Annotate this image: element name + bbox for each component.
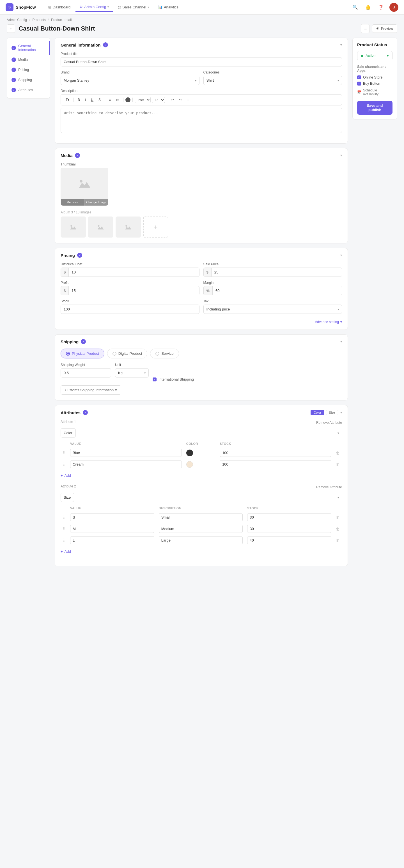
- historical-cost-input[interactable]: [69, 268, 199, 277]
- thumbnail-actions-row: Remove Change Image: [61, 199, 108, 206]
- delete-row-icon[interactable]: 🗑: [336, 451, 340, 455]
- shipping-digital-option[interactable]: Digital Product: [107, 349, 148, 359]
- breadcrumb-products[interactable]: Products: [32, 18, 45, 22]
- toolbar-redo-btn[interactable]: ↪: [177, 97, 184, 103]
- attr1-stock-input-2[interactable]: [220, 460, 331, 468]
- brand-select[interactable]: Morgan Stanley: [61, 76, 199, 85]
- sidebar-item-attributes[interactable]: ✓ Attributes: [7, 85, 50, 95]
- media-card-header[interactable]: Media ✓ ▾: [55, 148, 348, 162]
- thumbnail-image: [61, 168, 108, 199]
- attr2-desc-input-3[interactable]: [159, 536, 243, 545]
- international-shipping-checkbox[interactable]: ✓: [153, 377, 157, 381]
- toolbar-more-btn[interactable]: ···: [185, 97, 192, 103]
- delete-row-icon[interactable]: 🗑: [336, 527, 340, 531]
- stock-input[interactable]: [61, 305, 199, 314]
- attr2-desc-input-1[interactable]: [159, 513, 243, 521]
- attr1-value-input-2[interactable]: [70, 460, 182, 468]
- toolbar-bold-btn[interactable]: B: [75, 97, 82, 103]
- sidebar-item-pricing[interactable]: ✓ Pricing: [7, 65, 50, 75]
- attribute2-select[interactable]: Size: [61, 493, 74, 502]
- attr1-stock-input-1[interactable]: [220, 449, 331, 457]
- tax-select[interactable]: Including price: [204, 305, 342, 314]
- drag-handle-icon[interactable]: ⠿: [63, 462, 66, 467]
- margin-input[interactable]: [213, 286, 342, 295]
- customs-shipping-toggle[interactable]: Customs Shipping Information ▾: [61, 385, 121, 395]
- sidebar-item-shipping[interactable]: ✓ Shipping: [7, 75, 50, 85]
- description-textarea[interactable]: [61, 108, 342, 133]
- attr2-stock-input-2[interactable]: [247, 525, 331, 533]
- breadcrumb-admin-config[interactable]: Admin Config: [7, 18, 27, 22]
- advance-setting-toggle[interactable]: Advance setting ▾: [61, 318, 342, 324]
- delete-row-icon[interactable]: 🗑: [336, 538, 340, 543]
- status-select[interactable]: Active ▾: [357, 51, 393, 60]
- sidebar-item-general[interactable]: ✓ General Information: [7, 41, 50, 55]
- sale-price-input[interactable]: [212, 268, 342, 277]
- general-info-card-header[interactable]: General information ✓ ▾: [55, 38, 348, 52]
- remove-thumbnail-button[interactable]: Remove: [61, 199, 85, 206]
- schedule-availability-button[interactable]: 📅 Schedule availability: [357, 88, 393, 96]
- size-tag[interactable]: Size: [326, 410, 338, 415]
- save-publish-button[interactable]: Save and publish: [357, 101, 393, 115]
- attr2-value-input-1[interactable]: [70, 513, 154, 521]
- brand-logo[interactable]: S ShopFlow: [6, 3, 36, 11]
- product-title-input[interactable]: [61, 57, 342, 66]
- shipping-physical-option[interactable]: Physical Product: [61, 349, 104, 359]
- album-count: 3 / 10 images: [71, 210, 91, 214]
- toolbar-underline-btn[interactable]: U: [89, 97, 95, 103]
- remove-attribute1-button[interactable]: Remove Attribute: [316, 421, 342, 425]
- notifications-icon[interactable]: 🔔: [364, 3, 373, 12]
- add-attribute1-row-button[interactable]: + Add: [61, 472, 342, 479]
- shipping-service-option[interactable]: Service: [150, 349, 179, 359]
- nav-sales-channel[interactable]: ◎ Sales Channel ▾: [114, 3, 153, 11]
- more-options-button[interactable]: ···: [361, 24, 370, 33]
- toolbar-strikethrough-btn[interactable]: S: [96, 97, 103, 103]
- attr2-stock-input-3[interactable]: [247, 536, 331, 545]
- drag-handle-icon[interactable]: ⠿: [63, 451, 66, 455]
- add-album-image-button[interactable]: +: [143, 217, 168, 238]
- attr2-stock-input-1[interactable]: [247, 513, 331, 521]
- toolbar-font-btn[interactable]: T▾: [64, 97, 71, 103]
- attr1-value-input-1[interactable]: [70, 449, 182, 457]
- color-tag[interactable]: Color: [311, 410, 324, 415]
- nav-analytics[interactable]: 📊 Analytics: [154, 3, 182, 11]
- help-icon[interactable]: ❓: [376, 3, 385, 12]
- nav-admin-config[interactable]: ⚙ Admin Config ▾: [75, 2, 113, 12]
- user-avatar[interactable]: U: [390, 3, 398, 12]
- attribute1-select[interactable]: Color: [61, 428, 76, 437]
- preview-button[interactable]: 👁 Preview: [372, 24, 397, 33]
- color-swatch-cream[interactable]: [186, 461, 193, 468]
- toolbar-undo-btn[interactable]: ↩: [169, 97, 176, 103]
- toolbar-italic-btn[interactable]: I: [83, 97, 88, 103]
- attributes-card-header[interactable]: Attributes ✓ Color Size ▾: [55, 405, 348, 420]
- toolbar-list-btn[interactable]: ≡: [107, 97, 113, 103]
- nav-dashboard[interactable]: ⊞ Dashboard: [44, 3, 74, 11]
- toolbar-font-size-select[interactable]: 13: [152, 97, 165, 103]
- categories-select[interactable]: Shirt: [204, 76, 342, 85]
- sidebar-item-media[interactable]: ✓ Media: [7, 55, 50, 65]
- drag-handle-icon[interactable]: ⠿: [63, 538, 66, 543]
- online-store-checkbox[interactable]: ✓: [357, 75, 361, 80]
- attr2-value-input-3[interactable]: [70, 536, 154, 545]
- shipping-weight-row: Shipping Weight Unit Kg ✓ Internati: [61, 363, 342, 381]
- delete-row-icon[interactable]: 🗑: [336, 462, 340, 467]
- toolbar-font-family-select[interactable]: Inter: [135, 97, 151, 103]
- search-icon[interactable]: 🔍: [351, 3, 360, 12]
- delete-row-icon[interactable]: 🗑: [336, 515, 340, 520]
- shipping-weight-input[interactable]: [61, 368, 111, 377]
- toolbar-ordered-list-btn[interactable]: ≔: [114, 97, 121, 103]
- shipping-unit-select[interactable]: Kg: [115, 368, 149, 377]
- attr2-desc-input-2[interactable]: [159, 525, 243, 533]
- pricing-card-header[interactable]: Pricing ✓ ▾: [55, 248, 348, 262]
- back-button[interactable]: ←: [7, 24, 15, 33]
- color-swatch-dark[interactable]: [186, 450, 193, 456]
- add-attribute2-row-button[interactable]: + Add: [61, 548, 342, 555]
- remove-attribute2-button[interactable]: Remove Attribute: [316, 485, 342, 489]
- toolbar-color-btn[interactable]: [125, 97, 130, 102]
- drag-handle-icon[interactable]: ⠿: [63, 515, 66, 520]
- buy-button-checkbox[interactable]: ✓: [357, 82, 361, 86]
- shipping-card-header[interactable]: Shipping ✓ ▾: [55, 335, 348, 349]
- attr2-value-input-2[interactable]: [70, 525, 154, 533]
- drag-handle-icon[interactable]: ⠿: [63, 527, 66, 531]
- change-thumbnail-button[interactable]: Change Image: [85, 199, 108, 206]
- profit-input[interactable]: [69, 286, 199, 295]
